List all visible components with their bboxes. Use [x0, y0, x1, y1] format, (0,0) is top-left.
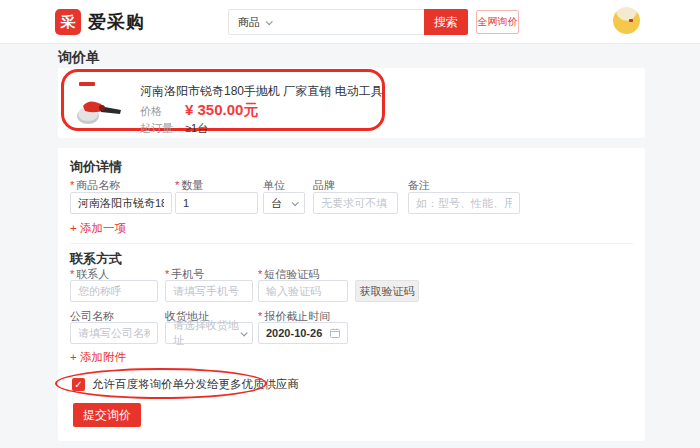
company-input[interactable]: [70, 322, 158, 344]
quantity-input[interactable]: [175, 192, 258, 214]
price-value: ¥ 350.00元: [185, 101, 258, 120]
product-title: 河南洛阳市锐奇180手抛机 厂家直销 电动工具: [140, 83, 440, 100]
price-label: 价格: [140, 104, 185, 119]
calendar-icon: [330, 328, 340, 338]
unit-select[interactable]: 台: [263, 192, 305, 214]
deadline-date-value: 2020-10-26: [266, 327, 322, 339]
product-price-row: 价格 ¥ 350.00元: [140, 101, 258, 120]
chevron-down-icon: [292, 199, 299, 206]
chevron-down-icon: [266, 18, 273, 25]
add-attachment-link[interactable]: + 添加附件: [70, 350, 126, 365]
submit-inquiry-button[interactable]: 提交询价: [73, 403, 141, 427]
brand-label: 品牌: [313, 178, 335, 193]
sms-code-input[interactable]: [258, 280, 348, 302]
product-name-label: *商品名称: [70, 178, 120, 193]
brand-name: 爱采购: [88, 10, 145, 34]
search-button[interactable]: 搜索: [424, 9, 468, 35]
contact-name-input[interactable]: [70, 280, 158, 302]
search-bar: 商品 搜索: [228, 9, 468, 35]
phone-input[interactable]: [165, 280, 253, 302]
note-input[interactable]: [408, 192, 520, 214]
consent-row: ✓ 允许百度将询价单分发给更多优质供应商: [72, 377, 299, 392]
moq-label: 起订量: [140, 121, 185, 136]
chevron-down-icon: [240, 329, 247, 336]
consent-checkbox[interactable]: ✓: [72, 378, 85, 391]
page-title: 询价单: [58, 49, 100, 67]
brand-logo-icon: 采: [55, 9, 81, 35]
top-navbar: 采 爱采购 商品 搜索 全网询价: [0, 0, 700, 44]
address-select[interactable]: 请选择收货地址: [165, 322, 253, 344]
unit-select-value: 台: [271, 196, 282, 211]
brand-logo[interactable]: 采 爱采购: [55, 9, 145, 35]
product-moq-row: 起订量 ≥1台: [140, 121, 208, 136]
global-inquiry-button[interactable]: 全网询价: [476, 10, 519, 34]
deadline-date-picker[interactable]: 2020-10-26: [258, 322, 348, 344]
user-avatar[interactable]: [613, 7, 640, 34]
product-card: 河南洛阳市锐奇180手抛机 厂家直销 电动工具 价格 ¥ 350.00元 起订量…: [58, 68, 645, 138]
contact-section-heading: 联系方式: [70, 250, 122, 268]
moq-value: ≥1台: [185, 121, 208, 136]
search-category-dropdown[interactable]: 商品: [229, 15, 280, 30]
detail-section-heading: 询价详情: [70, 158, 122, 176]
quantity-label: *数量: [175, 178, 203, 193]
section-divider: [70, 243, 633, 244]
unit-label: 单位: [263, 178, 285, 193]
product-name-input[interactable]: [70, 192, 172, 214]
add-item-link[interactable]: + 添加一项: [70, 221, 126, 236]
inquiry-form-card: 询价详情 *商品名称 *数量 单位 品牌 备注 台 + 添加一项 联系方式 *联…: [58, 148, 645, 441]
get-code-button[interactable]: 获取验证码: [355, 280, 419, 302]
search-category-label: 商品: [238, 15, 260, 30]
brand-input[interactable]: [313, 192, 398, 214]
note-label: 备注: [408, 178, 430, 193]
consent-label: 允许百度将询价单分发给更多优质供应商: [92, 377, 299, 392]
address-select-placeholder: 请选择收货地址: [173, 318, 241, 348]
product-image: [75, 80, 125, 128]
